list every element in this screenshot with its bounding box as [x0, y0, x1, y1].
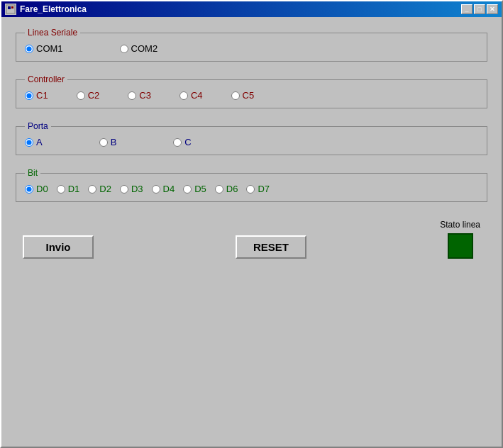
porta-c-label: C [184, 137, 191, 147]
invio-button[interactable]: Invio [23, 235, 94, 259]
com1-radio[interactable] [25, 45, 33, 53]
d4-label: D4 [163, 184, 175, 194]
d7-label: D7 [258, 184, 270, 194]
title-bar-left: Fare_Elettronica [5, 4, 87, 15]
com2-radio[interactable] [120, 45, 128, 53]
porta-b-option[interactable]: B [99, 137, 117, 147]
com1-option[interactable]: COM1 [25, 43, 63, 54]
c4-option[interactable]: C4 [179, 90, 203, 101]
d0-radio[interactable] [25, 185, 33, 194]
com2-label: COM2 [131, 43, 158, 54]
stato-linea-section: Stato linea [440, 220, 480, 259]
close-button[interactable]: ✕ [487, 4, 498, 14]
c2-radio[interactable] [77, 91, 85, 100]
d1-option[interactable]: D1 [57, 184, 80, 194]
controller-group: Controller C1 C2 C3 C4 [16, 74, 487, 108]
d2-radio[interactable] [88, 185, 96, 194]
controller-legend: Controller [25, 74, 67, 84]
linea-seriale-row: COM1 COM2 [25, 43, 478, 54]
controller-row: C1 C2 C3 C4 C5 [25, 90, 478, 101]
d1-radio[interactable] [57, 185, 65, 194]
svg-rect-1 [8, 6, 11, 9]
linea-seriale-legend: Linea Seriale [25, 28, 80, 38]
porta-a-radio[interactable] [25, 138, 33, 147]
c4-radio[interactable] [179, 91, 188, 100]
com1-label: COM1 [36, 43, 63, 54]
porta-a-label: A [36, 137, 43, 147]
bottom-section: Invio RESET Stato linea [1, 220, 502, 273]
porta-legend: Porta [25, 121, 51, 131]
d4-option[interactable]: D4 [152, 184, 175, 194]
d5-radio[interactable] [183, 185, 192, 194]
d1-label: D1 [68, 184, 80, 194]
c1-radio[interactable] [25, 91, 33, 100]
title-bar: Fare_Elettronica _ □ ✕ [1, 1, 502, 17]
d7-radio[interactable] [246, 185, 255, 194]
porta-group: Porta A B C [16, 121, 487, 155]
c2-option[interactable]: C2 [77, 90, 100, 101]
bit-legend: Bit [25, 168, 40, 178]
reset-button[interactable]: RESET [236, 235, 306, 259]
porta-c-radio[interactable] [173, 138, 182, 147]
c5-option[interactable]: C5 [231, 90, 255, 101]
minimize-button[interactable]: _ [461, 4, 472, 14]
d2-label: D2 [99, 184, 111, 194]
window-content: Linea Seriale COM1 COM2 Controller C1 [1, 17, 502, 213]
bit-row: D0 D1 D2 D3 D4 [25, 184, 478, 194]
d7-option[interactable]: D7 [246, 184, 270, 194]
window-title: Fare_Elettronica [20, 4, 87, 14]
c3-label: C3 [139, 90, 151, 101]
d5-label: D5 [194, 184, 206, 194]
c4-label: C4 [191, 90, 203, 101]
porta-row: A B C [25, 137, 478, 147]
porta-b-radio[interactable] [99, 138, 108, 147]
c5-label: C5 [243, 90, 255, 101]
porta-a-option[interactable]: A [25, 137, 43, 147]
d3-radio[interactable] [120, 185, 128, 194]
c2-label: C2 [88, 90, 100, 101]
c3-option[interactable]: C3 [128, 90, 151, 101]
c1-label: C1 [36, 90, 48, 101]
d0-label: D0 [36, 184, 48, 194]
bit-group: Bit D0 D1 D2 D3 [16, 168, 487, 202]
porta-b-label: B [111, 137, 117, 147]
com2-option[interactable]: COM2 [120, 43, 158, 54]
svg-rect-2 [11, 6, 13, 9]
d2-option[interactable]: D2 [88, 184, 111, 194]
d3-label: D3 [131, 184, 143, 194]
d6-option[interactable]: D6 [215, 184, 238, 194]
d3-option[interactable]: D3 [120, 184, 143, 194]
app-icon [5, 4, 16, 15]
c3-radio[interactable] [128, 91, 136, 100]
c1-option[interactable]: C1 [25, 90, 48, 101]
title-bar-buttons: _ □ ✕ [461, 4, 498, 14]
c5-radio[interactable] [231, 91, 240, 100]
stato-linea-label: Stato linea [440, 220, 480, 230]
maximize-button[interactable]: □ [474, 4, 485, 14]
main-window: Fare_Elettronica _ □ ✕ Linea Seriale COM… [0, 0, 503, 448]
stato-linea-indicator [448, 233, 473, 259]
linea-seriale-group: Linea Seriale COM1 COM2 [16, 28, 487, 62]
d4-radio[interactable] [152, 185, 160, 194]
porta-c-option[interactable]: C [173, 137, 191, 147]
d5-option[interactable]: D5 [183, 184, 206, 194]
d6-label: D6 [226, 184, 238, 194]
d6-radio[interactable] [215, 185, 223, 194]
d0-option[interactable]: D0 [25, 184, 48, 194]
